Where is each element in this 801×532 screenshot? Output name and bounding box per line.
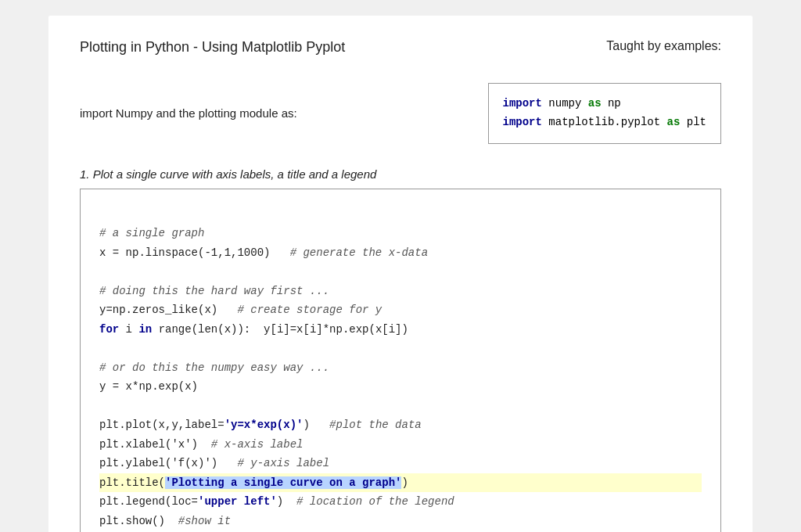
show-line: plt.show() #show it <box>99 515 231 527</box>
y-assign-line: y = x*np.exp(x) <box>99 380 198 393</box>
title-string: 'Plotting a single curve on a graph' <box>165 476 401 489</box>
code-block: # a single graph x = np.linspace(-1,1,10… <box>99 205 702 532</box>
page-container: Plotting in Python - Using Matplotlib Py… <box>48 16 753 532</box>
comment-x-data: # generate the x-data <box>270 246 428 259</box>
taught-label: Taught by examples: <box>606 39 721 53</box>
code-block-container: # a single graph x = np.linspace(-1,1,10… <box>80 189 721 532</box>
linspace-line: x = np.linspace(-1,1,1000) # generate th… <box>99 246 428 259</box>
in-keyword: in <box>138 323 152 336</box>
legend-line: plt.legend(loc='upper left') # location … <box>99 495 454 508</box>
import-keyword-1: import <box>503 97 542 110</box>
page-title: Plotting in Python - Using Matplotlib Py… <box>80 39 345 56</box>
title-line: plt.title('Plotting a single curve on a … <box>99 473 702 493</box>
comment-xlabel: # x-axis label <box>198 438 303 451</box>
comment-hard-way: # doing this the hard way first ... <box>99 285 329 297</box>
comment-legend: # location of the legend <box>283 495 454 508</box>
label-string: 'y=x*exp(x)' <box>224 419 304 431</box>
import-keyword-2: import <box>503 116 542 128</box>
for-keyword: for <box>99 323 119 336</box>
comment-storage: # create storage for y <box>217 304 382 316</box>
header-row: Plotting in Python - Using Matplotlib Py… <box>80 39 721 59</box>
zeros-line: y=np.zeros_like(x) # create storage for … <box>99 304 382 316</box>
comment-plot: #plot the data <box>310 419 422 431</box>
loc-string: 'upper left' <box>198 495 277 508</box>
xlabel-line: plt.xlabel('x') # x-axis label <box>99 438 303 451</box>
comment-show: #show it <box>165 515 231 527</box>
ylabel-line: plt.ylabel('f(x)') # y-axis label <box>99 457 329 469</box>
import-box: import numpy as np import matplotlib.pyp… <box>488 83 721 144</box>
as-keyword-2: as <box>667 116 681 128</box>
import-line1: import numpy as np <box>503 95 706 113</box>
import-line2: import matplotlib.pyplot as plt <box>503 113 706 132</box>
comment-numpy-way: # or do this the numpy easy way ... <box>99 361 329 374</box>
for-loop-line: for i in range(len(x)): y[i]=x[i]*np.exp… <box>99 323 408 336</box>
comment-single-graph: # a single graph <box>99 227 204 239</box>
import-intro-label: import Numpy and the plotting module as: <box>80 106 297 120</box>
as-keyword-1: as <box>588 97 602 110</box>
plot-line: plt.plot(x,y,label='y=x*exp(x)') #plot t… <box>99 419 422 431</box>
comment-ylabel: # y-axis label <box>217 457 329 469</box>
section1-label: 1. Plot a single curve with axis labels,… <box>80 167 721 181</box>
import-intro-row: import Numpy and the plotting module as:… <box>80 83 721 144</box>
